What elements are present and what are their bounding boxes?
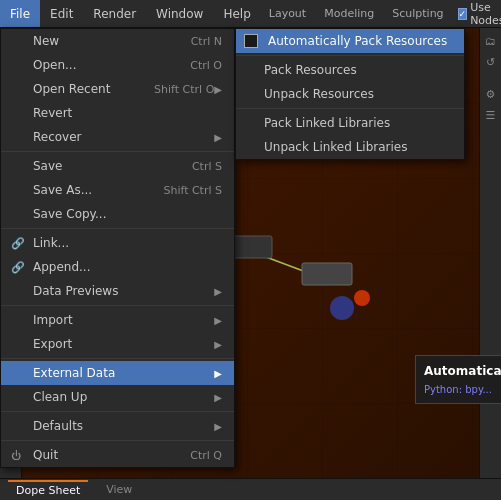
- file-menu-dropdown: New Ctrl N Open... Ctrl O Open Recent Sh…: [0, 28, 235, 468]
- menu-bar: File Edit Render Window Help: [0, 0, 261, 27]
- submenu-arrow-cleanup: ▶: [214, 392, 222, 403]
- menu-item-auto-pack[interactable]: Automatically Pack Resources: [236, 29, 464, 53]
- tab-view[interactable]: View: [98, 481, 140, 498]
- layout-tabs: Layout Modeling Sculpting: [261, 4, 452, 23]
- bottom-bar: Dope Sheet View: [0, 478, 501, 500]
- tooltip-python: Python: bpy...: [424, 382, 501, 397]
- menu-item-external-data[interactable]: External Data ▶: [1, 361, 234, 385]
- use-nodes-label: Use Nodes: [470, 1, 501, 27]
- top-toolbar: File Edit Render Window Help Layout Mode…: [0, 0, 501, 28]
- menu-item-append[interactable]: 🔗 Append...: [1, 255, 234, 279]
- svg-point-7: [354, 290, 370, 306]
- ext-separator-1: [236, 55, 464, 56]
- right-sidebar: 🗂 ↺ ⚙ ☰: [479, 28, 501, 500]
- menu-item-link[interactable]: 🔗 Link...: [1, 231, 234, 255]
- menu-item-save-as[interactable]: Save As... Shift Ctrl S: [1, 178, 234, 202]
- ext-separator-2: [236, 108, 464, 109]
- submenu-arrow-recover: ▶: [214, 132, 222, 143]
- right-icon-outliner[interactable]: ☰: [482, 106, 500, 124]
- auto-pack-checkbox[interactable]: [244, 34, 258, 48]
- right-icon-refresh[interactable]: ↺: [482, 53, 500, 71]
- menu-item-save[interactable]: Save Ctrl S: [1, 154, 234, 178]
- submenu-arrow-previews: ▶: [214, 286, 222, 297]
- menu-file[interactable]: File: [0, 0, 40, 27]
- separator-2: [1, 228, 234, 229]
- menu-help[interactable]: Help: [213, 0, 260, 27]
- separator-6: [1, 440, 234, 441]
- submenu-arrow: ▶: [214, 84, 222, 95]
- use-nodes-checkbox[interactable]: ✓: [458, 8, 468, 20]
- link-icon: 🔗: [11, 237, 25, 250]
- svg-rect-5: [302, 263, 352, 285]
- menu-item-defaults[interactable]: Defaults ▶: [1, 414, 234, 438]
- menu-item-pack-resources[interactable]: Pack Resources: [236, 58, 464, 82]
- svg-point-6: [330, 296, 354, 320]
- right-icon-file[interactable]: 🗂: [482, 32, 500, 50]
- menu-item-open-recent[interactable]: Open Recent Shift Ctrl O ▶: [1, 77, 234, 101]
- tooltip-panel: Automatically Python: bpy...: [415, 355, 501, 404]
- separator-3: [1, 305, 234, 306]
- submenu-arrow-export: ▶: [214, 339, 222, 350]
- append-icon: 🔗: [11, 261, 25, 274]
- menu-item-quit[interactable]: ⏻ Quit Ctrl Q: [1, 443, 234, 467]
- submenu-arrow-import: ▶: [214, 315, 222, 326]
- tab-sculpting[interactable]: Sculpting: [384, 4, 451, 23]
- menu-item-open[interactable]: Open... Ctrl O: [1, 53, 234, 77]
- menu-render[interactable]: Render: [83, 0, 146, 27]
- menu-item-new[interactable]: New Ctrl N: [1, 29, 234, 53]
- right-icon-properties[interactable]: ⚙: [482, 85, 500, 103]
- use-nodes-control[interactable]: ✓ Use Nodes: [458, 1, 501, 27]
- submenu-arrow-defaults: ▶: [214, 421, 222, 432]
- menu-item-import[interactable]: Import ▶: [1, 308, 234, 332]
- submenu-arrow-external: ▶: [214, 368, 222, 379]
- tooltip-title: Automatically: [424, 362, 501, 380]
- tab-modeling[interactable]: Modeling: [316, 4, 382, 23]
- menu-item-cleanup[interactable]: Clean Up ▶: [1, 385, 234, 409]
- separator-5: [1, 411, 234, 412]
- menu-item-data-previews[interactable]: Data Previews ▶: [1, 279, 234, 303]
- menu-item-unpack-linked[interactable]: Unpack Linked Libraries: [236, 135, 464, 159]
- tab-layout[interactable]: Layout: [261, 4, 314, 23]
- separator-4: [1, 358, 234, 359]
- menu-edit[interactable]: Edit: [40, 0, 83, 27]
- separator-1: [1, 151, 234, 152]
- quit-icon: ⏻: [11, 450, 21, 461]
- menu-window[interactable]: Window: [146, 0, 213, 27]
- menu-item-save-copy[interactable]: Save Copy...: [1, 202, 234, 226]
- tab-dope-sheet[interactable]: Dope Sheet: [8, 480, 88, 499]
- menu-item-revert[interactable]: Revert: [1, 101, 234, 125]
- menu-item-export[interactable]: Export ▶: [1, 332, 234, 356]
- top-right-tools: Layout Modeling Sculpting ✓ Use Nodes 📌: [261, 1, 501, 27]
- menu-item-pack-linked[interactable]: Pack Linked Libraries: [236, 111, 464, 135]
- external-data-submenu: Automatically Pack Resources Pack Resour…: [235, 28, 465, 160]
- menu-item-unpack-resources[interactable]: Unpack Resources: [236, 82, 464, 106]
- menu-item-recover[interactable]: Recover ▶: [1, 125, 234, 149]
